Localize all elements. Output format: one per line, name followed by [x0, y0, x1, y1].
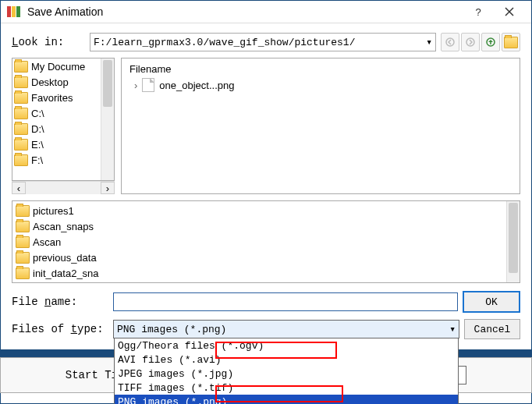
dialog-body: Look in: F:/learn_gprmax3.0/wave_gif_sho… — [1, 23, 531, 355]
folder-icon — [14, 139, 28, 151]
folder-item-label: Ascan_snaps — [33, 221, 94, 232]
drive-list[interactable]: My DocumeDesktopFavoritesC:\D:\E:\F:\ — [12, 58, 115, 181]
drive-item-label: Favorites — [31, 92, 73, 104]
folder-icon — [16, 252, 30, 264]
folder-icon — [16, 236, 30, 248]
folder-icon — [16, 205, 30, 217]
drive-item-label: C:\ — [31, 108, 44, 119]
title-bar: Save Animation ? — [1, 1, 531, 23]
drive-item[interactable]: F:\ — [12, 152, 114, 168]
help-button[interactable]: ? — [463, 1, 494, 23]
ok-button[interactable]: OK — [463, 291, 520, 313]
drive-item-label: My Docume — [31, 61, 85, 73]
folder-icon — [14, 123, 28, 135]
chevron-down-icon: ▾ — [449, 323, 456, 335]
folder-item-label: previous_data — [33, 252, 97, 264]
scrollbar-vertical[interactable] — [101, 58, 114, 180]
folder-item[interactable]: Ascan — [14, 234, 518, 250]
svg-point-5 — [446, 38, 454, 46]
folder-item-label: Ascan — [33, 236, 61, 248]
folder-item-label: init_data2_sna — [33, 268, 99, 279]
svg-point-6 — [466, 38, 474, 46]
back-button[interactable] — [441, 33, 459, 51]
drive-item[interactable]: Desktop — [12, 74, 114, 90]
svg-rect-1 — [12, 6, 16, 17]
folder-icon — [14, 61, 28, 73]
chevron-down-icon: ▾ — [426, 36, 432, 48]
filetype-dropdown[interactable]: PNG images (*.png)▾ Ogg/Theora files (*.… — [113, 320, 459, 338]
folder-list[interactable]: pictures1Ascan_snapsAscanprevious_datain… — [12, 200, 520, 283]
filetype-option[interactable]: JPEG images (*.jpg) — [115, 367, 458, 381]
filename-label: File name: — [12, 296, 113, 308]
drive-item-label: E:\ — [31, 139, 44, 151]
drive-item-label: Desktop — [31, 76, 69, 88]
up-button[interactable] — [481, 33, 500, 51]
drive-item[interactable]: C:\ — [12, 105, 114, 121]
chevron-right-icon: › — [134, 80, 137, 91]
folder-icon — [16, 221, 30, 232]
folder-item[interactable]: previous_data — [14, 250, 518, 265]
cancel-button[interactable]: Cancel — [464, 319, 520, 339]
drive-item-label: D:\ — [31, 123, 44, 135]
file-item-label: one_object...png — [159, 80, 234, 91]
svg-rect-0 — [7, 6, 11, 17]
folder-item[interactable]: pictures1 — [14, 203, 518, 218]
filetype-option[interactable]: AVI files (*.avi) — [115, 353, 458, 367]
drive-item[interactable]: My Docume — [12, 58, 114, 74]
folder-icon — [14, 92, 28, 104]
scrollbar-horizontal[interactable]: ‹› — [12, 181, 115, 194]
folder-item[interactable]: init_data2_sna — [14, 265, 518, 281]
folder-item[interactable]: Ascan_snaps — [14, 218, 518, 234]
drive-item[interactable]: E:\ — [12, 136, 114, 152]
drive-item[interactable]: Favorites — [12, 90, 114, 105]
folder-icon — [14, 76, 28, 88]
scrollbar-vertical[interactable] — [506, 201, 520, 282]
app-icon — [7, 5, 21, 19]
forward-button[interactable] — [461, 33, 480, 51]
filetype-option[interactable]: TIFF images (*.tif) — [115, 381, 458, 395]
folder-icon — [16, 268, 30, 279]
drive-list-pane: My DocumeDesktopFavoritesC:\D:\E:\F:\ ‹› — [12, 58, 115, 194]
file-icon — [142, 78, 154, 92]
filetypes-label: Files of type: — [12, 323, 113, 335]
filetype-option[interactable]: Ogg/Theora files (*.ogv) — [115, 338, 458, 353]
folder-icon — [14, 108, 28, 119]
close-button[interactable] — [494, 1, 525, 23]
new-folder-button[interactable] — [502, 33, 520, 51]
save-animation-dialog: Save Animation ? Look in: F:/learn_gprma… — [0, 0, 532, 404]
svg-rect-2 — [16, 6, 20, 17]
file-item[interactable]: › one_object...png — [134, 78, 512, 92]
file-list-pane[interactable]: Filename › one_object...png — [121, 58, 520, 194]
filetype-option[interactable]: PNG images (*.png) — [115, 395, 458, 404]
filetype-dropdown-list[interactable]: Ogg/Theora files (*.ogv)AVI files (*.avi… — [114, 338, 459, 404]
folder-icon — [14, 154, 28, 166]
drive-item-label: F:\ — [31, 154, 43, 166]
folder-item-label: pictures1 — [33, 205, 74, 217]
drive-item[interactable]: D:\ — [12, 121, 114, 136]
window-title: Save Animation — [27, 5, 463, 18]
filename-column-header[interactable]: Filename — [129, 63, 512, 75]
path-dropdown[interactable]: F:/learn_gprmax3.0/wave_gif_show/picture… — [90, 33, 436, 51]
lookin-label: Look in: — [12, 36, 90, 48]
filename-input[interactable] — [113, 292, 458, 311]
